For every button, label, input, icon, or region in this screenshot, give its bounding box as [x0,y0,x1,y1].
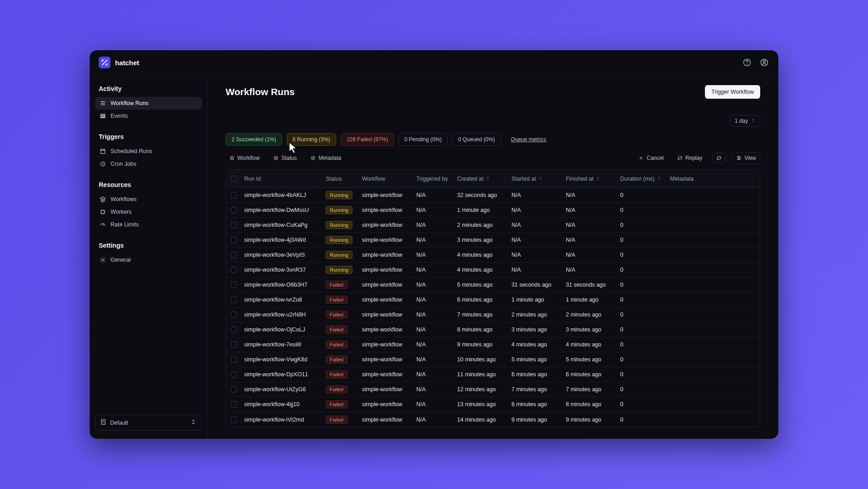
cell: 0 [620,297,670,303]
row-checkbox[interactable] [231,297,237,303]
brand-name: hatchet [115,59,139,67]
account-icon[interactable] [759,58,769,67]
cell: 7 minutes ago [566,386,620,393]
cell: simple-workflow-4j3AWd [244,237,326,243]
svg-point-10 [102,259,104,261]
cell: 0 [620,237,670,243]
row-checkbox[interactable] [231,267,237,273]
cell: N/A [566,222,620,228]
table-row[interactable]: simple-workflow-DpXO11Failedsimple-workf… [226,367,760,382]
row-checkbox[interactable] [231,417,237,423]
table-row[interactable]: simple-workflow-4bAKLJRunningsimple-work… [226,188,760,203]
sidebar-item-general[interactable]: General [95,254,202,266]
Status-filter-button[interactable]: Status [270,153,300,163]
column-header[interactable]: Finished at [566,176,620,182]
svg-point-1 [747,64,747,65]
table-row[interactable]: simple-workflow-OjCoLJFailedsimple-workf… [226,322,760,337]
Replay-filter-button[interactable]: Replay [674,153,706,163]
sidebar-heading: Settings [95,240,202,251]
table-row[interactable]: simple-workflow-3eVpISRunningsimple-work… [226,248,760,263]
sidebar-item-scheduled-runs[interactable]: Scheduled Runs [95,145,202,158]
cell: N/A [416,252,457,258]
row-checkbox[interactable] [231,207,237,213]
status-chip[interactable]: 0 Pending (0%) [399,133,448,146]
table-row[interactable]: simple-workflow-VwgK8dFailedsimple-workf… [226,352,760,367]
tenant-selector[interactable]: Default [95,415,202,431]
table-row[interactable]: simple-workflow-7esi8lFailedsimple-workf… [226,337,760,352]
status-badge: Running [326,206,352,214]
row-checkbox[interactable] [231,237,237,243]
View-filter-button[interactable]: View [732,152,760,164]
table-row[interactable]: simple-workflow-O6b3H7Failedsimple-workf… [226,278,760,292]
cell: simple-workflow [362,326,416,333]
row-checkbox[interactable] [231,371,237,378]
row-checkbox[interactable] [231,356,237,363]
sidebar-item-events[interactable]: Events [95,110,202,122]
time-range-select[interactable]: 1 day [730,115,760,127]
table-row[interactable]: simple-workflow-DwMssURunningsimple-work… [226,203,760,218]
status-badge: Failed [326,326,347,334]
sidebar-item-workflow-runs[interactable]: Workflow Runs [95,97,202,110]
table-row[interactable]: simple-workflow-iVt2mdFailedsimple-workf… [226,412,760,427]
table-row[interactable]: simple-workflow-UtZyG6Failedsimple-workf… [226,382,760,397]
sidebar-item-label: Workflows [111,196,136,202]
help-icon[interactable] [742,58,752,67]
column-header[interactable]: Started at [511,176,566,182]
sidebar-heading: Resources [95,179,202,190]
topbar: hatchet [90,50,778,75]
cell: 4 minutes ago [457,252,511,258]
status-chip[interactable]: Queue metrics [506,134,552,145]
table-row[interactable]: simple-workflow-4j3AWdRunningsimple-work… [226,233,760,248]
cell: simple-workflow [362,386,416,393]
row-checkbox[interactable] [231,341,237,348]
column-header[interactable]: Created at [457,176,511,182]
svg-rect-11 [101,420,105,425]
cell: 0 [620,267,670,273]
table-row[interactable]: simple-workflow-u2rN8HFailedsimple-workf… [226,307,760,322]
sidebar-item-rate-limits[interactable]: Rate Limits [95,218,202,231]
status-badge: Failed [326,281,347,289]
row-checkbox[interactable] [231,312,237,318]
status-chip[interactable]: 226 Failed (97%) [341,133,394,146]
row-checkbox[interactable] [231,326,237,333]
cell: simple-workflow-CuKaPg [244,222,326,228]
table-row[interactable]: simple-workflow-ivrZo8Failedsimple-workf… [226,292,760,307]
sidebar-item-cron-jobs[interactable]: Cron Jobs [95,158,202,170]
sidebar-item-workers[interactable]: Workers [95,206,202,218]
cell: 3 minutes ago [511,326,566,333]
trigger-workflow-button[interactable]: Trigger Workflow [705,85,760,99]
cell: 3 minutes ago [457,237,511,243]
cell: 0 [620,417,670,423]
sort-icon [538,176,543,182]
row-checkbox[interactable] [231,386,237,393]
select-all-checkbox[interactable] [231,176,237,182]
column-header [231,176,244,182]
cell: 0 [620,222,670,228]
refresh-filter-button[interactable] [712,153,726,163]
Cancel-filter-button[interactable]: Cancel [635,153,667,163]
cell: 4 minutes ago [457,267,511,273]
sidebar-item-workflows[interactable]: Workflows [95,193,202,206]
cell: simple-workflow-UtZyG6 [244,386,326,393]
Workflow-filter-button[interactable]: Workflow [226,153,263,163]
cell: 0 [620,341,670,348]
svg-rect-9 [101,211,105,214]
status-chip[interactable]: 6 Running (3%) [287,133,336,146]
cell: simple-workflow [362,222,416,228]
table-row[interactable]: simple-workflow-3vnR37Runningsimple-work… [226,263,760,278]
Metadata-filter-button[interactable]: Metadata [307,153,345,163]
cell: 14 minutes ago [457,417,511,423]
row-checkbox[interactable] [231,222,237,228]
table-row[interactable]: simple-workflow-CuKaPgRunningsimple-work… [226,218,760,233]
row-checkbox[interactable] [231,252,237,258]
status-chip[interactable]: 2 Succeeded (1%) [226,133,282,146]
brand[interactable]: hatchet [99,57,139,68]
column-header[interactable]: Duration (ms) [620,176,670,182]
row-checkbox[interactable] [231,192,237,198]
tenant-name: Default [110,420,128,426]
status-chip[interactable]: 0 Queued (0%) [452,133,501,146]
table-row[interactable]: simple-workflow-4ijj10Failedsimple-workf… [226,397,760,412]
sidebar-item-label: Workflow Runs [111,100,149,106]
row-checkbox[interactable] [231,401,237,408]
row-checkbox[interactable] [231,282,237,288]
